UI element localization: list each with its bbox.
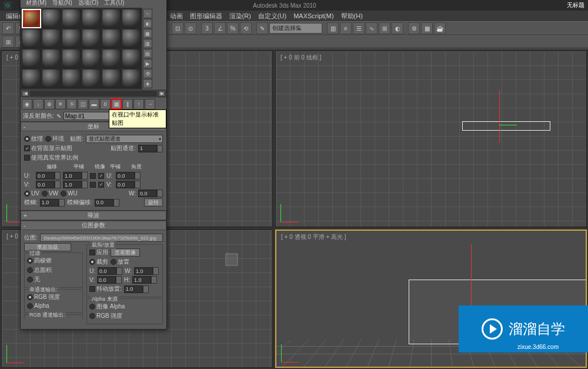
video-check-icon[interactable]: ▤	[143, 49, 152, 58]
sample-slot-12[interactable]	[122, 29, 141, 48]
rotate-button[interactable]: 旋转	[144, 198, 163, 207]
sample-slot-2[interactable]	[42, 9, 61, 28]
show-map-in-viewport-icon[interactable]: ▦	[111, 99, 122, 109]
viewport-label-front[interactable]: [ + 0 前 0 线框 ]	[280, 54, 321, 62]
angle-snap-icon[interactable]: ∠	[214, 22, 226, 34]
pivot-icon[interactable]: ⊙	[185, 22, 196, 34]
sample-slot-4[interactable]	[82, 9, 101, 28]
sample-slot-23[interactable]	[102, 69, 121, 88]
sample-slot-3[interactable]	[62, 9, 81, 28]
jitter-spinner[interactable]	[124, 285, 149, 293]
named-selection-input[interactable]	[269, 23, 322, 34]
v-tile-checkbox[interactable]: ✓	[98, 182, 104, 188]
options-icon[interactable]: ⚙	[143, 69, 152, 78]
real-world-checkbox[interactable]: 使用真实世界比例	[24, 154, 78, 162]
sample-slot-8[interactable]	[42, 29, 61, 48]
sample-type-icon[interactable]: ○	[143, 9, 152, 18]
render-frame-icon[interactable]: ▦	[421, 22, 433, 34]
sample-slot-22[interactable]	[82, 69, 101, 88]
menu-customize[interactable]: 自定义(U)	[255, 12, 290, 21]
alpha-mono-radio[interactable]: Alpha	[27, 302, 80, 309]
named-sel-icon[interactable]: ✎	[256, 22, 268, 34]
rollout-toggle-icon[interactable]: +	[24, 212, 27, 219]
u-tile-checkbox[interactable]: ✓	[98, 173, 104, 179]
pyramidal-radio[interactable]: 四棱锥	[27, 257, 80, 265]
spinner-snap-icon[interactable]: ⟲	[240, 22, 252, 34]
crop-v-spinner[interactable]	[97, 276, 122, 284]
scroll-track[interactable]	[30, 91, 157, 97]
place-radio[interactable]: 放置	[111, 258, 129, 266]
environ-radio[interactable]: 环境	[45, 135, 64, 143]
rollout-toggle-icon[interactable]: -	[24, 124, 25, 130]
u-angle-spinner[interactable]	[116, 172, 141, 179]
sample-slot-18[interactable]	[122, 49, 141, 68]
reset-icon[interactable]: ✕	[55, 99, 66, 109]
crop-w-spinner[interactable]	[134, 267, 159, 275]
w-angle-spinner[interactable]	[138, 190, 163, 197]
menu-rendering[interactable]: 渲染(R)	[226, 12, 255, 21]
jitter-checkbox[interactable]: 抖动放置:	[89, 285, 122, 293]
sample-scrollbar[interactable]: ◀ ▶	[21, 89, 166, 98]
u-mirror-checkbox[interactable]	[90, 173, 96, 179]
mat-menu-navigation[interactable]: 导航(N)	[49, 0, 75, 7]
get-material-icon[interactable]: ◉	[22, 99, 32, 109]
sample-slot-20[interactable]	[42, 69, 61, 88]
sample-slot-16[interactable]	[82, 49, 101, 68]
texture-radio[interactable]: 纹理	[24, 135, 43, 143]
mirror-icon[interactable]: ▥	[327, 22, 339, 34]
sample-slot-19[interactable]	[22, 69, 41, 88]
backlight-icon[interactable]: ◐	[143, 19, 152, 28]
none-radio[interactable]: 无	[27, 275, 80, 284]
refcoord-icon[interactable]: ⊡	[172, 22, 183, 34]
u-offset-spinner[interactable]	[36, 172, 61, 179]
crop-radio[interactable]: 裁剪	[89, 258, 108, 266]
sample-slot-17[interactable]	[102, 49, 121, 68]
menu-graph-editors[interactable]: 图形编辑器	[186, 12, 226, 21]
sample-slot-5[interactable]	[102, 9, 121, 28]
wu-radio[interactable]: WU	[61, 190, 78, 197]
scroll-right-icon[interactable]: ▶	[158, 91, 165, 97]
scroll-left-icon[interactable]: ◀	[22, 91, 29, 97]
bitmap-path-button[interactable]: Desktop\58fd45e03f1f100fc3faa7fb7325e89b…	[40, 234, 163, 242]
crop-h-spinner[interactable]	[132, 276, 157, 284]
bitmap-params-header[interactable]: - 位图参数	[21, 221, 166, 230]
go-to-parent-icon[interactable]: ↑	[133, 99, 144, 109]
snap-icon[interactable]: 3	[201, 22, 213, 34]
background-icon[interactable]: ▦	[143, 29, 152, 38]
put-to-library-icon[interactable]: ▬	[89, 99, 99, 109]
sample-slot-14[interactable]	[42, 49, 61, 68]
sample-slot-21[interactable]	[62, 69, 81, 88]
sample-slot-15[interactable]	[62, 49, 81, 68]
uv-radio[interactable]: UV	[24, 190, 39, 197]
tb2-a[interactable]: ⊞	[2, 36, 14, 48]
schematic-icon[interactable]: ⊞	[379, 22, 390, 34]
curve-editor-icon[interactable]: ∿	[366, 22, 377, 34]
assign-icon[interactable]: ⊕	[44, 99, 55, 109]
show-end-result-icon[interactable]: ‖	[122, 99, 133, 109]
apply-checkbox[interactable]: 应用	[89, 248, 108, 257]
render-setup-icon[interactable]: ⚙	[408, 22, 420, 34]
sample-slot-6[interactable]	[122, 9, 141, 28]
sample-slot-24[interactable]	[122, 69, 141, 88]
sample-slot-11[interactable]	[102, 29, 121, 48]
layers-icon[interactable]: ☰	[353, 22, 365, 34]
rgb-intensity-radio[interactable]: RGB 强度	[27, 293, 80, 301]
go-forward-icon[interactable]: →	[145, 99, 155, 109]
sample-uv-icon[interactable]: ▥	[143, 39, 152, 48]
sample-slot-13[interactable]	[22, 49, 41, 68]
sample-slot-1[interactable]	[22, 9, 41, 28]
summed-area-radio[interactable]: 总面积	[27, 266, 80, 274]
noise-header[interactable]: + 噪波	[21, 211, 166, 220]
u-tiling-spinner[interactable]	[63, 172, 88, 179]
undo-icon[interactable]: ↶	[2, 22, 14, 34]
menu-maxscript[interactable]: MAXScript(M)	[290, 12, 337, 19]
show-back-checkbox[interactable]: ✓在背面显示贴图	[24, 144, 72, 152]
select-by-mat-icon[interactable]: ◈	[143, 79, 152, 88]
viewcube-icon[interactable]	[220, 248, 243, 271]
rollout-toggle-icon[interactable]: -	[24, 222, 25, 229]
material-editor-icon[interactable]: ◐	[392, 22, 403, 34]
menu-animation[interactable]: 动画	[166, 12, 186, 21]
mat-menu-options[interactable]: 选项(O)	[75, 0, 101, 7]
image-alpha-radio[interactable]: 图像 Alpha	[89, 302, 160, 311]
vw-radio[interactable]: VW	[42, 190, 58, 197]
